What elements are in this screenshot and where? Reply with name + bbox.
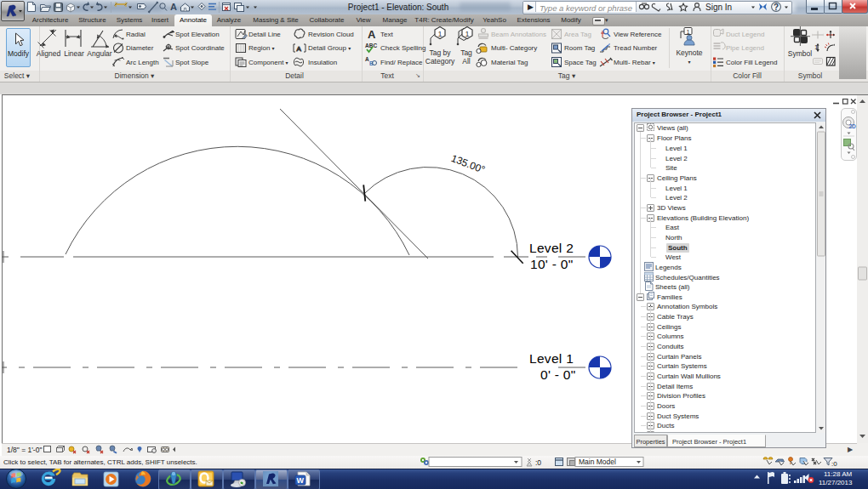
svg-text:2D: 2D — [849, 123, 857, 129]
svg-text::0: :0 — [831, 460, 837, 468]
svg-text:Sign In: Sign In — [705, 3, 732, 12]
svg-text:Main Model: Main Model — [579, 458, 616, 466]
svg-text:1: 1 — [687, 28, 690, 36]
svg-text:A: A — [368, 28, 376, 41]
svg-text::0: :0 — [535, 458, 541, 467]
svg-text:1: 1 — [438, 30, 443, 38]
svg-text:135.00°: 135.00° — [449, 152, 487, 176]
svg-text:10' - 0": 10' - 0" — [530, 257, 574, 271]
svg-text:W: W — [297, 476, 305, 485]
svg-text:Level 1: Level 1 — [529, 351, 574, 366]
svg-text:A: A — [297, 45, 302, 53]
svg-text:Level 2: Level 2 — [529, 241, 574, 255]
svg-text:1: 1 — [465, 30, 470, 38]
svg-text:1: 1 — [814, 43, 819, 51]
svg-text:?: ? — [774, 3, 779, 12]
svg-text:0' - 0": 0' - 0" — [540, 367, 576, 382]
svg-text:A: A — [170, 2, 177, 12]
